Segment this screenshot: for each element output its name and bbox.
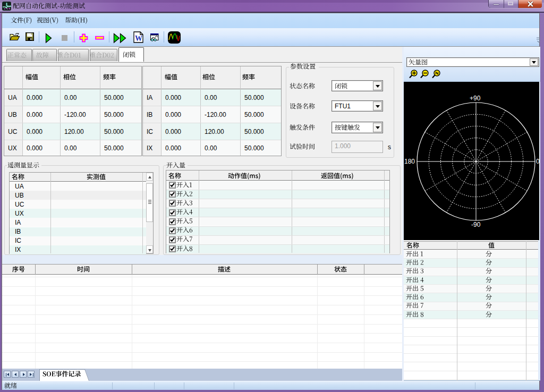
svg-text:W: W — [135, 35, 142, 42]
